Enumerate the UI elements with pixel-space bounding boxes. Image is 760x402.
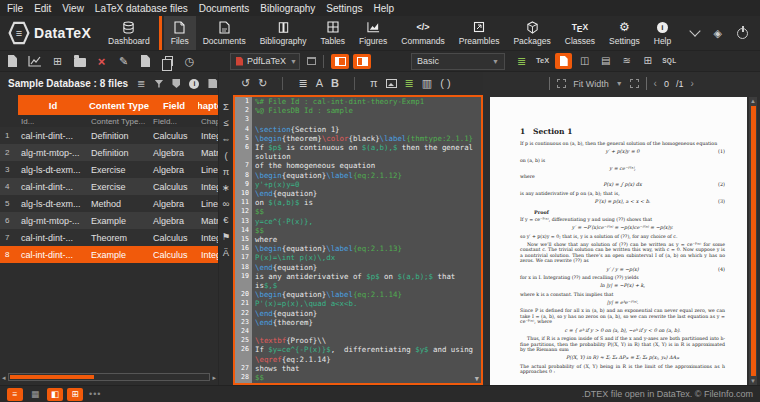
panel-toggle-icon[interactable]: ◧ (47, 388, 63, 401)
redo-icon[interactable]: ↻ (258, 78, 267, 89)
tab-classes[interactable]: TEXClasses (558, 16, 602, 50)
scrollbar-thumb[interactable] (10, 375, 94, 379)
menu-edit[interactable]: Edit (34, 3, 51, 14)
pdf-view-icon[interactable] (555, 53, 572, 69)
menu-view[interactable]: View (62, 3, 84, 14)
filter-input-chapter[interactable]: Chapter... (198, 117, 218, 126)
fit-page-icon[interactable] (557, 79, 566, 88)
table-row[interactable]: 4cal-int-dint-...ExerciseCalculusInteg (0, 178, 218, 195)
tab-documents[interactable]: Documents (196, 16, 253, 50)
menu-file[interactable]: File (7, 3, 23, 14)
tag-icon[interactable] (172, 79, 180, 88)
symbol-button-5[interactable]: ∗ (222, 180, 230, 196)
tab-preambles[interactable]: Preambles (452, 16, 507, 50)
database-view-icon[interactable]: ≋ (618, 53, 635, 69)
symbol-button-4[interactable]: π (223, 164, 230, 180)
editor-scroll-down-icon[interactable]: ▼ (475, 376, 479, 383)
tab-tables[interactable]: Tables (313, 16, 352, 50)
sort-list-icon[interactable]: ≣ (137, 79, 145, 89)
parentheses-icon[interactable]: ( ) (440, 78, 450, 89)
table-row[interactable]: 2alg-mt-mtop-...DefinitionAlgebraMatri (0, 144, 218, 161)
symbol-button-3[interactable]: ( (224, 148, 227, 164)
filter-icon[interactable] (154, 80, 163, 88)
diamond-icon[interactable]: ◈ (714, 28, 722, 39)
symbol-button-0[interactable]: Σ (223, 99, 229, 115)
scroll-right-icon[interactable]: ▸ (212, 374, 216, 381)
table-row[interactable]: 1cal-int-dint-...DefinitionCalculusInteg (0, 127, 218, 144)
tab-dashboard[interactable]: Dashboard (101, 16, 157, 50)
layout-left-panel-icon[interactable] (331, 54, 349, 69)
save-icon[interactable] (208, 79, 217, 88)
table-icon[interactable]: ⊞ (51, 56, 64, 67)
bold-icon[interactable]: B (331, 78, 339, 89)
mode-dropdown[interactable]: Basic ▼ (411, 53, 505, 70)
folder-icon[interactable] (73, 56, 86, 67)
symbol-button-9[interactable]: Ä (223, 245, 229, 261)
tab-figures[interactable]: Figures (352, 16, 394, 50)
column-header-content-type[interactable]: Content Type (88, 95, 150, 115)
tab-files[interactable]: Files (164, 16, 196, 50)
column-header-chapter[interactable]: Chapter (198, 95, 218, 115)
chevron-down-icon[interactable] (689, 25, 700, 36)
fit-mode-label[interactable]: Fit Width (573, 79, 609, 89)
copy-icon[interactable] (161, 56, 174, 66)
next-page-icon[interactable]: › (690, 79, 693, 89)
scroll-left-icon[interactable]: ◂ (2, 374, 6, 381)
list-icon[interactable]: ≣ (405, 78, 414, 89)
layout-right-panel-icon[interactable] (353, 54, 371, 69)
tab-packages[interactable]: Packages (506, 16, 557, 50)
previous-page-icon[interactable]: ‹ (654, 79, 657, 89)
horizontal-scrollbar[interactable]: ◂ ▸ (0, 372, 218, 382)
tab-help[interactable]: iHelp (647, 16, 678, 50)
caret-down-icon[interactable]: ▼ (616, 80, 623, 87)
filter-input-field[interactable]: Field... (150, 117, 198, 126)
notes-view-icon[interactable]: ▤ (597, 53, 614, 69)
compiler-dropdown[interactable]: PdfLaTeX ▼ (230, 53, 300, 70)
table-row[interactable]: 5alg-ls-dt-exm...MethodAlgebraLinea (0, 195, 218, 212)
columns-icon[interactable]: ▥ (422, 78, 432, 89)
detach-window-icon[interactable] (307, 57, 316, 65)
pdf-scrollbar-thumb[interactable] (751, 106, 756, 376)
more-icon[interactable]: ••• (89, 389, 101, 399)
font-icon[interactable]: A (316, 78, 323, 89)
pdf-scrollbar[interactable]: ▲ ▼ (749, 97, 757, 385)
file-code-icon[interactable] (139, 55, 152, 67)
symbol-button-1[interactable]: ≤ (223, 115, 228, 131)
column-header-field[interactable]: Field (150, 95, 198, 115)
tab-settings[interactable]: ⚙Settings (602, 16, 647, 50)
info-icon[interactable]: i (189, 79, 199, 89)
book-view-icon[interactable]: ◫ (576, 53, 593, 69)
image-icon[interactable] (386, 79, 397, 88)
grid-toggle-icon[interactable]: ⊞ (67, 388, 83, 401)
menu-bibliography[interactable]: Bibliography (260, 3, 315, 14)
code-editor[interactable]: 1%# File Id : cal-int-dint-theory-Exmp12… (233, 95, 483, 385)
menu-icon[interactable]: ≡ (7, 388, 23, 401)
column-header-id[interactable]: Id (18, 95, 88, 115)
plot-icon[interactable] (28, 55, 42, 67)
menu-help[interactable]: Help (373, 3, 394, 14)
table-row[interactable]: 7cal-int-dint-...TheoremCalculusInteg (0, 229, 218, 246)
menu-latex-database-files[interactable]: LaTeX database files (95, 3, 188, 14)
filter-input-content-type[interactable]: Content Type... (88, 117, 150, 126)
edit-pencil-icon[interactable]: ✎ (117, 56, 130, 67)
grid-view-icon[interactable]: ⊞ (639, 53, 656, 69)
new-file-icon[interactable] (6, 55, 19, 67)
symbol-button-2[interactable]: ⇔ (221, 131, 231, 147)
list-view-icon[interactable]: ≣ (513, 53, 530, 69)
math-icon[interactable]: π (370, 78, 378, 89)
tab-commands[interactable]: </>Commands (394, 16, 451, 50)
symbol-button-7[interactable]: € (223, 212, 228, 228)
format-grid-icon[interactable]: ≣ (298, 78, 307, 89)
symbol-button-8[interactable]: ⚑ (222, 229, 231, 245)
table-row[interactable]: 8cal-int-dint-...ExampleCalculusInteg (0, 246, 218, 263)
scroll-up-icon[interactable]: ▲ (749, 97, 757, 105)
tex-view-icon[interactable]: TeX (534, 53, 551, 69)
menu-documents[interactable]: Documents (199, 3, 250, 14)
table-layout-icon[interactable]: ▦ (27, 388, 43, 401)
tab-bibliography[interactable]: Bibliography (253, 16, 314, 50)
symbol-button-6[interactable]: ∞ (223, 196, 230, 212)
table-row[interactable]: 3alg-ls-dt-exm...ExerciseAlgebraLinea (0, 161, 218, 178)
expand-icon[interactable] (630, 79, 639, 88)
table-row[interactable]: 6alg-mt-mtop-...ExampleAlgebraMatri (0, 212, 218, 229)
scroll-down-icon[interactable]: ▼ (749, 377, 757, 385)
